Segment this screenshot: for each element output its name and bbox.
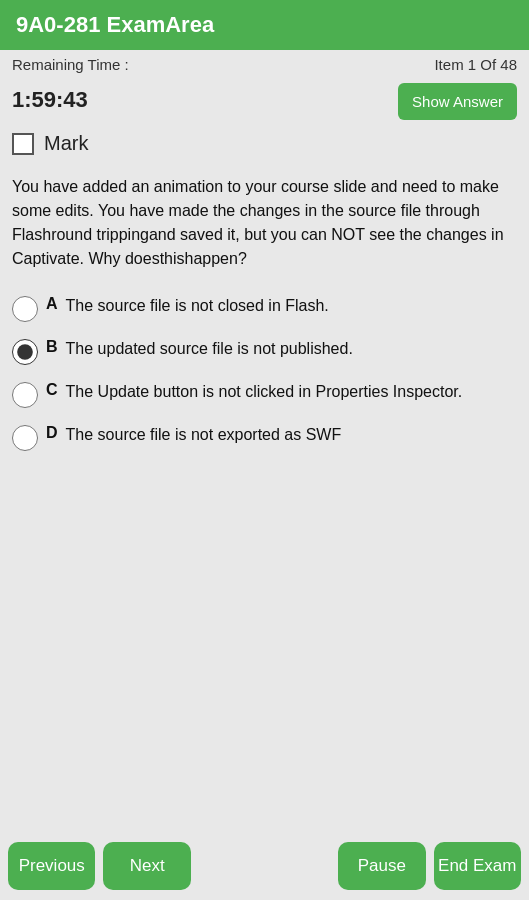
option-b-label: B — [46, 338, 58, 356]
next-button[interactable]: Next — [103, 842, 190, 890]
option-c-row[interactable]: C The Update button is not clicked in Pr… — [8, 373, 521, 416]
spacer — [0, 560, 529, 833]
item-info: Item 1 Of 48 — [434, 56, 517, 73]
option-a-radio[interactable] — [12, 296, 38, 322]
mark-label[interactable]: Mark — [44, 132, 88, 155]
option-a-label: A — [46, 295, 58, 313]
app-header: 9A0-281 ExamArea — [0, 0, 529, 50]
options-container: A The source file is not closed in Flash… — [0, 287, 529, 560]
option-b-radio[interactable] — [12, 339, 38, 365]
footer: Previous Next Pause End Exam — [0, 832, 529, 900]
footer-spacer — [199, 842, 330, 890]
question-text: You have added an animation to your cour… — [0, 165, 529, 287]
option-c-text: The Update button is not clicked in Prop… — [66, 381, 463, 403]
option-d-label: D — [46, 424, 58, 442]
pause-button[interactable]: Pause — [338, 842, 425, 890]
previous-button[interactable]: Previous — [8, 842, 95, 890]
mark-checkbox[interactable] — [12, 133, 34, 155]
show-answer-button[interactable]: Show Answer — [398, 83, 517, 120]
option-c-label: C — [46, 381, 58, 399]
option-a-text: The source file is not closed in Flash. — [66, 295, 329, 317]
option-d-text: The source file is not exported as SWF — [66, 424, 342, 446]
timer-display: 1:59:43 — [12, 83, 88, 113]
option-d-row[interactable]: D The source file is not exported as SWF — [8, 416, 521, 459]
app-title: 9A0-281 ExamArea — [16, 12, 214, 37]
option-b-row[interactable]: B The updated source file is not publish… — [8, 330, 521, 373]
mark-row: Mark — [0, 128, 529, 165]
info-bar: Remaining Time : Item 1 Of 48 — [0, 50, 529, 79]
timer-row: 1:59:43 Show Answer — [0, 79, 529, 128]
option-a-row[interactable]: A The source file is not closed in Flash… — [8, 287, 521, 330]
remaining-label: Remaining Time : — [12, 56, 129, 73]
end-exam-button[interactable]: End Exam — [434, 842, 521, 890]
option-c-radio[interactable] — [12, 382, 38, 408]
option-d-radio[interactable] — [12, 425, 38, 451]
option-b-text: The updated source file is not published… — [66, 338, 353, 360]
